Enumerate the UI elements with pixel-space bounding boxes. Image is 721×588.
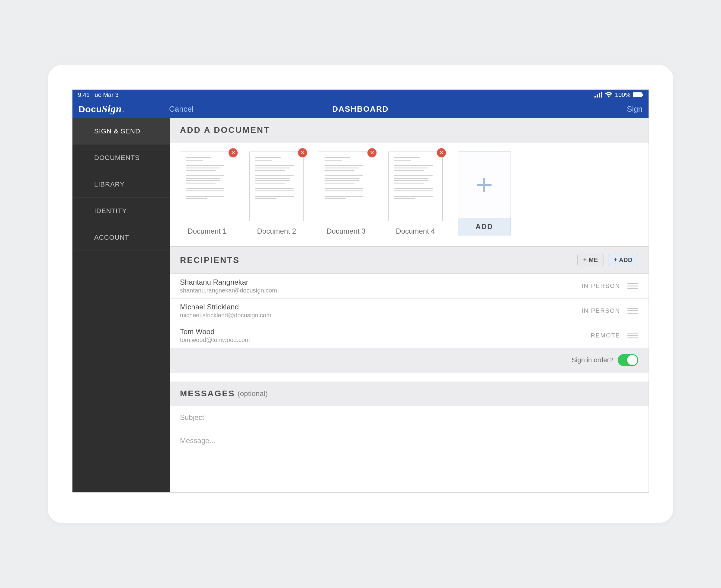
sign-in-order-toggle[interactable]	[618, 354, 638, 366]
document-card[interactable]: ✕ Document 3	[319, 151, 373, 235]
remove-document-icon[interactable]: ✕	[229, 148, 238, 157]
document-thumbnail: ✕	[319, 151, 373, 221]
subject-input[interactable]	[180, 413, 638, 422]
message-row	[170, 429, 648, 452]
recipient-info: Tom Wood tom.wood@tomwood.com	[180, 328, 250, 343]
add-label: ADD	[458, 218, 511, 235]
logo-dot: .	[122, 107, 124, 114]
add-document-tile[interactable]: ADD	[458, 151, 511, 235]
main-content: ADD A DOCUMENT ✕ Document 1	[170, 118, 648, 492]
sign-in-order-label: Sign in order?	[572, 356, 613, 364]
sidebar-item-identity[interactable]: IDENTITY	[73, 198, 170, 224]
sidebar-item-documents[interactable]: DOCUMENTS	[73, 145, 170, 171]
drag-handle-icon[interactable]	[627, 308, 638, 314]
recipient-email: shantanu.rangnekar@docusign.com	[180, 287, 277, 294]
drag-handle-icon[interactable]	[627, 283, 638, 289]
recipient-email: michael.strickland@docusign.com	[180, 312, 271, 319]
recipient-row[interactable]: Tom Wood tom.wood@tomwood.com REMOTE	[170, 323, 648, 348]
recipient-name: Shantanu Rangnekar	[180, 278, 277, 287]
message-input[interactable]	[180, 437, 638, 445]
document-label: Document 1	[187, 227, 226, 235]
sign-button[interactable]: Sign	[627, 104, 642, 114]
recipient-info: Michael Strickland michael.strickland@do…	[180, 303, 271, 319]
remove-document-icon[interactable]: ✕	[298, 148, 307, 157]
document-label: Document 4	[396, 227, 435, 235]
status-right: 100%	[595, 91, 643, 99]
svg-rect-2	[599, 93, 600, 98]
recipient-row[interactable]: Michael Strickland michael.strickland@do…	[170, 298, 648, 323]
add-me-button[interactable]: + ME	[577, 254, 603, 266]
recipients-title: RECIPIENTS	[180, 255, 240, 265]
messages-section-header: MESSAGES (optional)	[170, 381, 648, 406]
page-title: DASHBOARD	[332, 104, 389, 114]
document-label: Document 3	[326, 227, 365, 235]
sidebar: SIGN & SEND DOCUMENTS LIBRARY IDENTITY A…	[73, 118, 170, 492]
recipient-name: Michael Strickland	[180, 303, 271, 311]
svg-rect-1	[597, 94, 598, 98]
messages-title: MESSAGES	[180, 389, 235, 398]
svg-rect-3	[601, 92, 602, 98]
tablet-screen: 9:41 Tue Mar 3 100% DocuSign. Cancel DAS…	[72, 89, 649, 493]
add-document-section-header: ADD A DOCUMENT	[170, 118, 648, 143]
app-body: SIGN & SEND DOCUMENTS LIBRARY IDENTITY A…	[73, 118, 648, 492]
recipient-row[interactable]: Shantanu Rangnekar shantanu.rangnekar@do…	[170, 274, 648, 298]
remove-document-icon[interactable]: ✕	[437, 148, 446, 157]
svg-rect-5	[642, 93, 643, 96]
document-label: Document 2	[257, 227, 296, 235]
wifi-icon	[605, 92, 613, 98]
recipients-section-header: RECIPIENTS + ME + ADD	[170, 247, 648, 274]
document-card[interactable]: ✕ Document 1	[180, 151, 234, 235]
logo-docu: Docu	[79, 104, 102, 114]
messages-optional: (optional)	[238, 390, 268, 398]
cancel-button[interactable]: Cancel	[169, 104, 193, 114]
document-thumbnail: ✕	[249, 151, 304, 221]
recipient-mode: IN PERSON	[581, 282, 620, 290]
document-thumbnail: ✕	[180, 151, 234, 221]
recipient-info: Shantanu Rangnekar shantanu.rangnekar@do…	[180, 278, 277, 294]
svg-rect-4	[633, 92, 642, 97]
drag-handle-icon[interactable]	[627, 333, 638, 338]
logo-sign: Sign	[102, 103, 122, 115]
subject-row	[170, 406, 648, 429]
battery-icon	[633, 92, 643, 97]
add-recipient-button[interactable]: + ADD	[608, 254, 638, 266]
svg-rect-0	[595, 96, 596, 98]
plus-icon	[458, 152, 511, 218]
sign-in-order-row: Sign in order?	[170, 348, 648, 373]
recipient-email: tom.wood@tomwood.com	[180, 337, 250, 343]
document-card[interactable]: ✕ Document 4	[388, 151, 442, 235]
sidebar-item-library[interactable]: LIBRARY	[73, 171, 170, 198]
recipient-mode: IN PERSON	[581, 307, 620, 314]
sidebar-item-sign-send[interactable]: SIGN & SEND	[73, 118, 170, 145]
sidebar-item-account[interactable]: ACCOUNT	[73, 224, 170, 251]
app-header: DocuSign. Cancel DASHBOARD Sign	[73, 100, 648, 118]
document-card[interactable]: ✕ Document 2	[249, 151, 304, 235]
document-thumbnail: ✕	[388, 151, 442, 221]
svg-rect-7	[477, 184, 492, 186]
recipient-name: Tom Wood	[180, 328, 250, 336]
status-bar: 9:41 Tue Mar 3 100%	[73, 90, 648, 100]
add-document-title: ADD A DOCUMENT	[180, 125, 270, 135]
signal-icon	[595, 92, 602, 98]
recipient-mode: REMOTE	[591, 332, 620, 339]
device-frame: 9:41 Tue Mar 3 100% DocuSign. Cancel DAS…	[48, 65, 673, 523]
docusign-logo: DocuSign.	[79, 103, 169, 115]
battery-percent: 100%	[615, 91, 631, 99]
documents-row: ✕ Document 1 ✕ Document 2	[170, 143, 648, 247]
remove-document-icon[interactable]: ✕	[367, 148, 376, 157]
status-time: 9:41 Tue Mar 3	[78, 91, 119, 99]
